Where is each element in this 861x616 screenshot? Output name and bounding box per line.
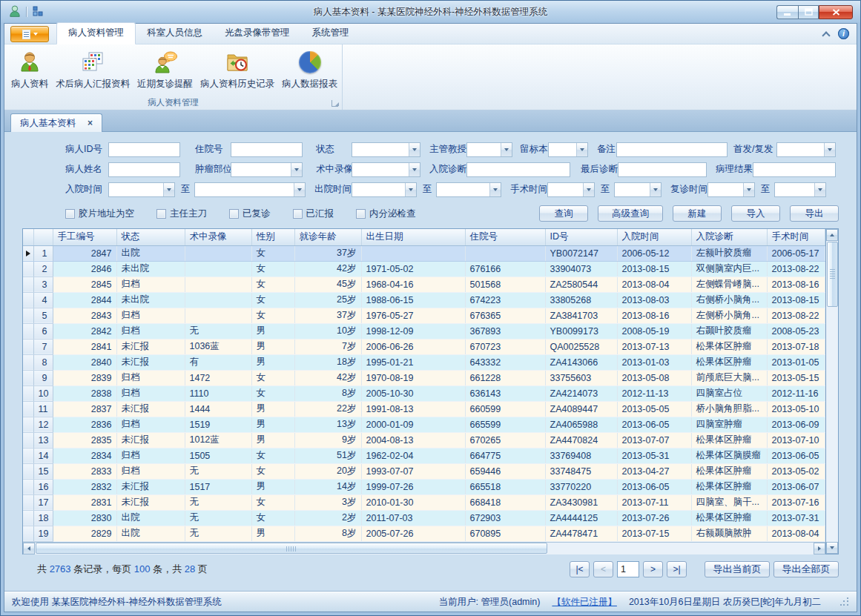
cell-surgery-date[interactable]: 2013-06-07 (767, 479, 825, 494)
cell-age[interactable]: 45岁 (294, 276, 361, 292)
cell-surgery-date[interactable]: 2013-08-22 (767, 308, 825, 323)
cell-hospital-no[interactable]: 670265 (465, 432, 545, 448)
cell-hospital-no[interactable] (465, 245, 545, 261)
cell-manual-no[interactable]: 2842 (53, 323, 116, 339)
cell-intraop-video[interactable]: 1036蓝 (185, 339, 251, 354)
table-row[interactable]: 22846未出院女42岁1971-05-02676166339040732013… (23, 261, 825, 276)
checkbox-icon[interactable] (356, 209, 366, 219)
cell-admission-date[interactable]: 2013-08-16 (617, 308, 691, 323)
checkbox-icon[interactable] (65, 209, 75, 219)
cell-status[interactable]: 归档 (116, 308, 185, 323)
cell-id-no[interactable]: ZA2580544 (545, 276, 617, 292)
horizontal-scrollbar[interactable] (23, 542, 825, 554)
patient-id-input[interactable] (108, 142, 180, 157)
advanced-query-button[interactable]: 高级查询 (598, 205, 663, 222)
chevron-down-icon[interactable] (824, 143, 835, 156)
chevron-down-icon[interactable] (294, 183, 305, 196)
cell-intraop-video[interactable]: 无 (185, 526, 251, 541)
minimize-button[interactable] (776, 5, 798, 19)
cell-manual-no[interactable]: 2829 (53, 526, 116, 541)
cell-admission-diagnosis[interactable]: 松果体区肿瘤 (691, 479, 767, 494)
table-row[interactable]: 112837未汇报1444男22岁1991-08-13660599ZA40894… (23, 401, 825, 417)
cell-birth-date[interactable]: 2004-08-13 (361, 432, 465, 448)
header-hospital-no[interactable]: 住院号 (465, 229, 545, 245)
row-marker[interactable] (23, 354, 33, 370)
cell-birth-date[interactable]: 1991-08-13 (361, 401, 465, 417)
header-manual-no[interactable]: 手工编号 (53, 229, 116, 245)
surgery-time-from-select[interactable] (547, 182, 595, 197)
cell-birth-date[interactable]: 2000-01-09 (361, 417, 465, 432)
table-row[interactable]: 162832未汇报1517男14岁1999-07-266655183377022… (23, 479, 825, 494)
cell-surgery-date[interactable]: 2013-01-05 (767, 354, 825, 370)
first-recur-select[interactable] (776, 142, 836, 157)
admission-diagnosis-input[interactable] (466, 162, 570, 177)
cell-admission-date[interactable]: 2013-07-13 (617, 339, 691, 354)
cell-surgery-date[interactable]: 2013-05-10 (767, 401, 825, 417)
export-current-page-button[interactable]: 导出当前页 (705, 561, 770, 577)
cell-hospital-no[interactable]: 665518 (465, 479, 545, 494)
cell-birth-date[interactable]: 1995-01-21 (361, 354, 465, 370)
row-number[interactable]: 13 (33, 432, 53, 448)
page-number-input[interactable] (617, 561, 639, 577)
table-row[interactable]: 192829出院无男8岁2005-07-26670895ZA4478471201… (23, 526, 825, 541)
professor-select[interactable] (466, 142, 512, 157)
checkbox-film-address-empty[interactable]: 胶片地址为空 (65, 208, 134, 220)
cell-intraop-video[interactable]: 无 (185, 510, 251, 526)
cell-id-no[interactable]: 33770220 (545, 479, 617, 494)
table-row[interactable]: 82840未汇报有男18岁1995-01-21643332ZA414306620… (23, 354, 825, 370)
scroll-up-icon[interactable] (826, 229, 838, 241)
cell-birth-date[interactable]: 1988-06-15 (361, 292, 465, 308)
cell-id-no[interactable]: ZA3841703 (545, 308, 617, 323)
cell-id-no[interactable]: 33769408 (545, 448, 617, 463)
chevron-down-icon[interactable] (163, 183, 174, 196)
cell-status[interactable]: 出院 (116, 245, 185, 261)
remark-input[interactable] (616, 142, 728, 157)
cell-status[interactable]: 未汇报 (116, 494, 185, 510)
last-page-button[interactable]: >| (667, 561, 687, 577)
cell-status[interactable]: 出院 (116, 526, 185, 541)
table-row[interactable]: 142834归档1505女51岁1962-02-0466477533769408… (23, 448, 825, 463)
cell-birth-date[interactable]: 1970-08-19 (361, 370, 465, 385)
table-row[interactable]: 52843归档女37岁1976-05-27676365ZA38417032013… (23, 308, 825, 323)
row-marker[interactable] (23, 510, 33, 526)
checkbox-reported[interactable]: 已汇报 (293, 208, 334, 220)
row-marker[interactable] (23, 417, 33, 432)
cell-admission-date[interactable]: 2013-07-07 (617, 432, 691, 448)
cell-status[interactable]: 归档 (116, 370, 185, 385)
cell-admission-diagnosis[interactable]: 松果体区脑膜瘤 (691, 448, 767, 463)
row-number[interactable]: 9 (33, 370, 53, 385)
row-marker[interactable] (23, 526, 33, 541)
chevron-down-icon[interactable] (405, 183, 416, 196)
cell-age[interactable]: 18岁 (294, 354, 361, 370)
cell-admission-diagnosis[interactable]: 前颅底巨大脑... (691, 370, 767, 385)
cell-age[interactable]: 10岁 (294, 323, 361, 339)
row-number[interactable]: 17 (33, 494, 53, 510)
cell-intraop-video[interactable] (185, 308, 251, 323)
checkbox-icon[interactable] (229, 209, 239, 219)
cell-hospital-no[interactable]: 674223 (465, 292, 545, 308)
cell-surgery-date[interactable]: 2013-08-22 (767, 261, 825, 276)
import-button[interactable]: 导入 (731, 205, 780, 222)
header-intraop-video[interactable]: 术中录像 (185, 229, 251, 245)
cell-admission-date[interactable]: 2012-11-13 (617, 385, 691, 401)
cell-hospital-no[interactable]: 636143 (465, 385, 545, 401)
cell-intraop-video[interactable]: 1110 (185, 385, 251, 401)
cell-status[interactable]: 未汇报 (116, 479, 185, 494)
cell-status[interactable]: 未汇报 (116, 401, 185, 417)
cell-birth-date[interactable]: 1998-12-09 (361, 323, 465, 339)
cell-hospital-no[interactable]: 643332 (465, 354, 545, 370)
cell-surgery-date[interactable]: 2013-07-18 (767, 339, 825, 354)
cell-manual-no[interactable]: 2834 (53, 448, 116, 463)
cell-manual-no[interactable]: 2847 (53, 245, 116, 261)
cell-intraop-video[interactable] (185, 276, 251, 292)
cell-gender[interactable]: 女 (251, 308, 294, 323)
cell-admission-date[interactable]: 2013-07-11 (617, 494, 691, 510)
cell-status[interactable]: 未出院 (116, 292, 185, 308)
surgery-time-to-select[interactable] (614, 182, 662, 197)
pathology-input[interactable] (753, 162, 836, 177)
cell-id-no[interactable]: QA0025528 (545, 339, 617, 354)
row-number[interactable]: 5 (33, 308, 53, 323)
cell-id-no[interactable]: YB0072147 (545, 245, 617, 261)
cell-admission-diagnosis[interactable]: 松果体区肿瘤 (691, 354, 767, 370)
row-marker[interactable] (23, 479, 33, 494)
